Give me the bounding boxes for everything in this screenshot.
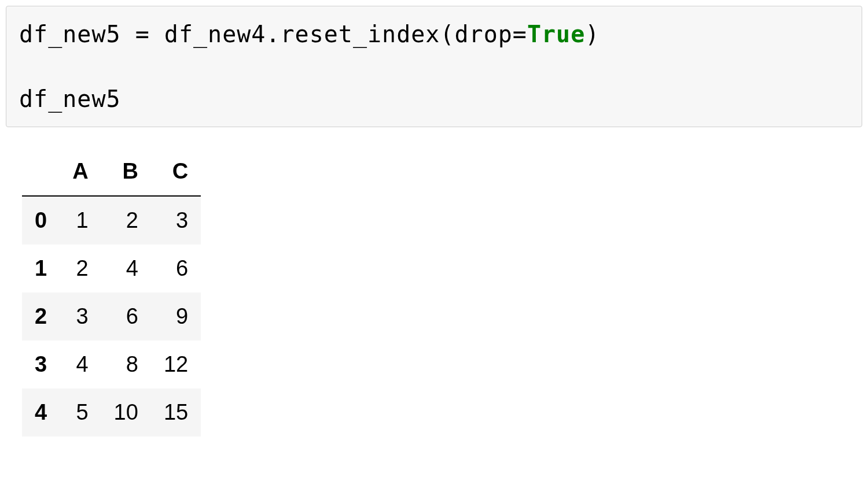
table-index: 2	[22, 293, 60, 340]
table-index: 4	[22, 388, 60, 436]
table-header-blank	[22, 147, 60, 196]
code-var-in: df_new4	[164, 21, 266, 47]
table-cell: 4	[60, 340, 101, 388]
code-line3: df_new5	[19, 86, 121, 112]
code-method: reset_index	[281, 21, 440, 47]
table-cell: 3	[151, 196, 201, 245]
code-kw-eq: =	[513, 21, 527, 47]
dataframe-table: A B C 0 1 2 3 1 2 4 6 2 3 6 9	[22, 147, 201, 436]
code-equals: =	[135, 21, 150, 47]
table-cell: 2	[101, 196, 151, 245]
table-row: 1 2 4 6	[22, 245, 201, 293]
code-kw-true: True	[527, 21, 585, 47]
table-cell: 9	[151, 293, 201, 340]
table-header-c: C	[151, 147, 201, 196]
table-cell: 1	[60, 196, 101, 245]
table-header-row: A B C	[22, 147, 201, 196]
code-rparen: )	[585, 21, 599, 47]
table-row: 0 1 2 3	[22, 196, 201, 245]
table-cell: 15	[151, 388, 201, 436]
table-cell: 10	[101, 388, 151, 436]
code-kwarg: drop	[455, 21, 513, 47]
table-index: 3	[22, 340, 60, 388]
table-cell: 6	[101, 293, 151, 340]
table-header-a: A	[60, 147, 101, 196]
table-cell: 6	[151, 245, 201, 293]
code-dot: .	[266, 21, 280, 47]
table-row: 4 5 10 15	[22, 388, 201, 436]
code-var-out: df_new5	[19, 21, 121, 47]
code-input-cell[interactable]: df_new5 = df_new4.reset_index(drop=True)…	[6, 6, 862, 127]
table-index: 1	[22, 245, 60, 293]
code-lparen: (	[440, 21, 454, 47]
table-cell: 8	[101, 340, 151, 388]
table-cell: 2	[60, 245, 101, 293]
table-index: 0	[22, 196, 60, 245]
table-row: 3 4 8 12	[22, 340, 201, 388]
table-cell: 5	[60, 388, 101, 436]
table-header-b: B	[101, 147, 151, 196]
table-row: 2 3 6 9	[22, 293, 201, 340]
table-cell: 12	[151, 340, 201, 388]
table-cell: 4	[101, 245, 151, 293]
output-area: A B C 0 1 2 3 1 2 4 6 2 3 6 9	[22, 147, 862, 436]
table-cell: 3	[60, 293, 101, 340]
